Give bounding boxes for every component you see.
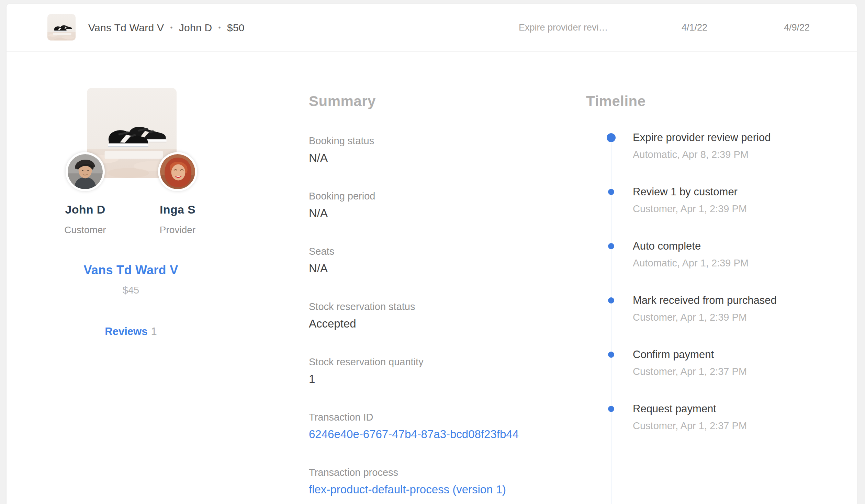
summary-field-transaction-id: Transaction ID 6246e40e-6767-47b4-87a3-b… [309,411,519,441]
listing-price: $45 [7,285,255,296]
field-label: Stock reservation quantity [309,356,424,368]
reviews-row: Reviews1 [7,325,255,338]
timeline-heading: Timeline [586,93,646,110]
customer-avatar[interactable] [66,152,105,191]
field-value: Accepted [309,317,415,331]
event-title: Review 1 by customer [633,185,747,199]
header-listing-title: Vans Td Ward V [88,22,164,34]
timeline-event: Request payment Customer, Apr 1, 2:37 PM [607,402,747,432]
timeline-dot-icon [608,243,614,249]
field-value: N/A [309,206,375,220]
timeline-event: Auto complete Automatic, Apr 1, 2:39 PM [607,239,749,269]
parties-sidebar: John D Inga S Customer Provider Vans Td … [7,52,255,504]
timeline-dot-icon [608,189,614,195]
provider-role-label: Provider [126,225,229,236]
bullet-separator-icon: • [170,24,172,32]
field-value: N/A [309,262,334,275]
summary-field-seats: Seats N/A [309,245,334,275]
end-date: 4/9/22 [784,4,810,51]
timeline-dot-icon [608,406,614,412]
transaction-process-link[interactable]: flex-product-default-process (version 1) [309,483,506,496]
provider-name: Inga S [126,203,229,216]
timeline-event: Expire provider review period Automatic,… [607,131,771,160]
timeline-dot-icon [608,352,614,358]
transaction-card: Vans Td Ward V • John D • $50 Expire pro… [7,4,857,504]
provider-avatar[interactable] [158,152,197,191]
event-title: Mark received from purchased [633,294,777,307]
start-date: 4/1/22 [682,4,707,51]
event-title: Expire provider review period [633,131,771,145]
last-transition-label: Expire provider revi… [519,4,632,51]
summary-field-transaction-process: Transaction process flex-product-default… [309,466,506,496]
event-meta: Automatic, Apr 8, 2:39 PM [633,149,771,160]
timeline-dot-icon [607,133,616,142]
field-label: Booking status [309,135,374,147]
summary-field-stock-reservation-quantity: Stock reservation quantity 1 [309,356,424,386]
customer-role-label: Customer [34,225,137,236]
reviews-count: 1 [151,325,157,337]
event-title: Request payment [633,402,747,416]
event-meta: Customer, Apr 1, 2:37 PM [633,420,747,432]
transaction-header: Vans Td Ward V • John D • $50 Expire pro… [7,4,857,51]
header-price: $50 [227,22,245,34]
transaction-body: John D Inga S Customer Provider Vans Td … [7,52,857,504]
field-label: Transaction ID [309,411,519,423]
event-meta: Customer, Apr 1, 2:39 PM [633,203,747,215]
timeline-event: Confirm payment Customer, Apr 1, 2:37 PM [607,348,747,377]
field-label: Seats [309,245,334,257]
transaction-title: Vans Td Ward V • John D • $50 [88,4,245,51]
field-value: 1 [309,372,424,386]
timeline-dot-icon [608,297,614,303]
summary-heading: Summary [309,93,376,110]
field-label: Stock reservation status [309,300,415,313]
timeline-event: Mark received from purchased Customer, A… [607,294,777,323]
event-meta: Automatic, Apr 1, 2:39 PM [633,257,749,269]
event-meta: Customer, Apr 1, 2:37 PM [633,366,747,377]
reviews-link[interactable]: Reviews [105,325,147,337]
event-meta: Customer, Apr 1, 2:39 PM [633,312,777,323]
event-title: Auto complete [633,239,749,253]
field-value: N/A [309,151,374,165]
timeline-event: Review 1 by customer Customer, Apr 1, 2:… [607,185,747,215]
summary-field-booking-status: Booking status N/A [309,135,374,165]
event-title: Confirm payment [633,348,747,362]
field-label: Booking period [309,190,375,202]
summary-field-stock-reservation-status: Stock reservation status Accepted [309,300,415,331]
customer-name: John D [34,203,137,216]
header-customer-name: John D [179,22,212,34]
field-label: Transaction process [309,466,506,479]
listing-thumbnail-image [47,14,76,41]
summary-field-booking-period: Booking period N/A [309,190,375,220]
transaction-id-link[interactable]: 6246e40e-6767-47b4-87a3-bcd08f23fb44 [309,427,519,441]
listing-title-link[interactable]: Vans Td Ward V [7,263,255,277]
transaction-main: Summary Booking status N/A Booking perio… [255,52,857,504]
bullet-separator-icon: • [218,24,221,32]
